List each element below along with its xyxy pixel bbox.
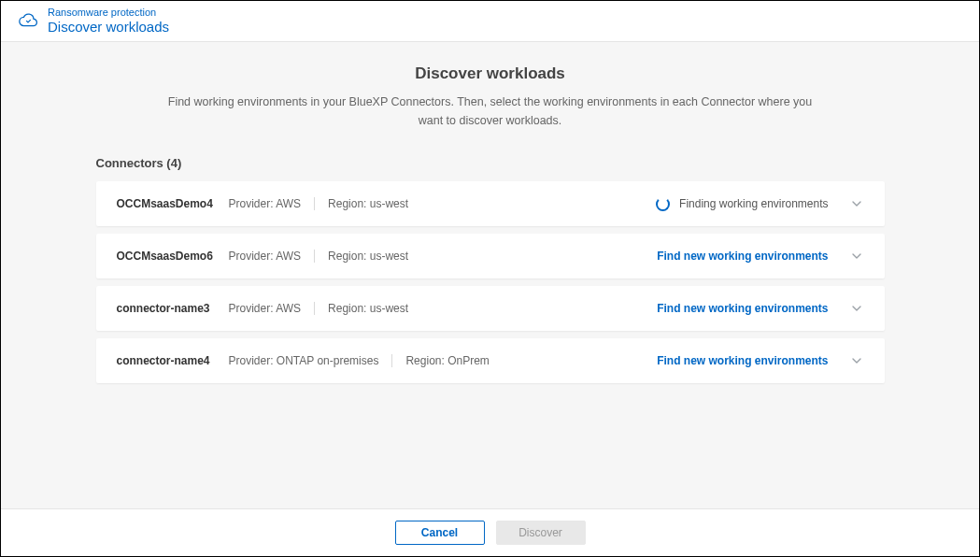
cloud-shield-icon	[18, 11, 38, 32]
connector-region: Region: us-west	[328, 302, 408, 315]
connector-name: connector-name4	[117, 354, 229, 367]
page-title: Discover workloads	[1, 64, 979, 83]
connectors-count-label: Connectors (4)	[96, 156, 885, 170]
connector-row[interactable]: connector-name3Provider: AWSRegion: us-w…	[96, 286, 885, 331]
loading-text: Finding working environments	[679, 197, 828, 210]
chevron-down-icon[interactable]	[849, 196, 864, 211]
connector-region: Region: us-west	[328, 197, 408, 210]
separator	[314, 250, 315, 263]
breadcrumb-title: Discover workloads	[48, 19, 169, 36]
chevron-down-icon[interactable]	[849, 301, 864, 316]
page-header: Ransomware protection Discover workloads	[1, 1, 979, 42]
connector-row[interactable]: OCCMsaasDemo4Provider: AWSRegion: us-wes…	[96, 181, 885, 226]
connector-meta: Provider: AWSRegion: us-west	[229, 250, 409, 263]
connector-provider: Provider: AWS	[229, 197, 302, 210]
connector-name: OCCMsaasDemo4	[117, 197, 229, 210]
discover-button[interactable]: Discover	[496, 521, 586, 545]
connector-region: Region: us-west	[328, 250, 408, 263]
connector-region: Region: OnPrem	[405, 354, 489, 367]
connector-row[interactable]: OCCMsaasDemo6Provider: AWSRegion: us-wes…	[96, 234, 885, 278]
connectors-list: OCCMsaasDemo4Provider: AWSRegion: us-wes…	[96, 181, 885, 383]
connector-name: OCCMsaasDemo6	[117, 250, 229, 263]
find-environments-link[interactable]: Find new working environments	[657, 354, 828, 367]
chevron-down-icon[interactable]	[849, 353, 864, 368]
footer-bar: Cancel Discover	[1, 508, 979, 556]
separator	[391, 354, 392, 367]
separator	[314, 197, 315, 210]
chevron-down-icon[interactable]	[849, 249, 864, 264]
separator	[314, 302, 315, 315]
find-environments-link[interactable]: Find new working environments	[657, 302, 828, 315]
connector-provider: Provider: AWS	[229, 250, 302, 263]
connector-name: connector-name3	[117, 302, 229, 315]
connector-meta: Provider: ONTAP on-premisesRegion: OnPre…	[229, 354, 490, 367]
spinner-icon	[656, 197, 670, 211]
connector-provider: Provider: ONTAP on-premises	[229, 354, 379, 367]
breadcrumb-super: Ransomware protection	[48, 7, 169, 19]
connector-meta: Provider: AWSRegion: us-west	[229, 197, 409, 210]
connector-meta: Provider: AWSRegion: us-west	[229, 302, 409, 315]
connector-row[interactable]: connector-name4Provider: ONTAP on-premis…	[96, 338, 885, 383]
loading-status: Finding working environments	[656, 197, 828, 211]
page-description: Find working environments in your BlueXP…	[163, 93, 817, 130]
main-body: Discover workloads Find working environm…	[1, 42, 979, 508]
find-environments-link[interactable]: Find new working environments	[657, 250, 828, 263]
connector-provider: Provider: AWS	[229, 302, 302, 315]
cancel-button[interactable]: Cancel	[395, 521, 485, 545]
